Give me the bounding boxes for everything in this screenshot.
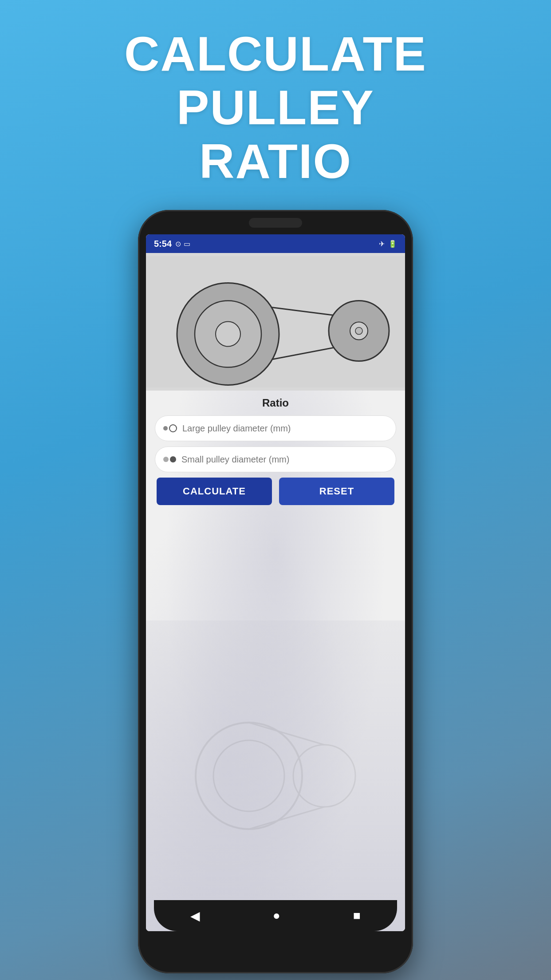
back-button[interactable]: ◀: [190, 909, 200, 923]
small-pulley-icon: [163, 456, 176, 462]
status-bar: 5:54 ⊙ ▭ ✈ 🔋: [146, 234, 405, 253]
home-button[interactable]: ●: [273, 909, 280, 923]
watermark-svg: [187, 687, 364, 865]
title-line1: CALCULATE PULLEY: [124, 26, 427, 134]
app-content: Ratio: [146, 391, 405, 931]
reset-button[interactable]: RESET: [279, 478, 394, 505]
small-pulley-input-field[interactable]: [155, 447, 396, 472]
svg-line-12: [249, 723, 324, 745]
phone-device: 5:54 ⊙ ▭ ✈ 🔋: [138, 210, 413, 973]
status-right: ✈ 🔋: [379, 240, 397, 248]
calculate-button[interactable]: CALCULATE: [157, 478, 272, 505]
page-title: CALCULATE PULLEY RATIO: [0, 27, 551, 188]
pulley-svg: [146, 253, 405, 391]
recent-apps-button[interactable]: ■: [353, 909, 361, 923]
pulley-diagram: [146, 253, 405, 391]
status-left: 5:54 ⊙ ▭: [154, 239, 190, 249]
svg-point-5: [216, 322, 240, 347]
airplane-icon: ✈: [379, 240, 385, 248]
dot-large-ring: [169, 424, 177, 432]
svg-point-9: [196, 723, 302, 829]
large-pulley-input-field[interactable]: [155, 415, 396, 441]
battery-icon: 🔋: [388, 240, 397, 248]
buttons-row: CALCULATE RESET: [155, 478, 396, 505]
svg-point-10: [213, 740, 284, 811]
battery-small-icon: ▭: [184, 240, 190, 248]
dot-small-left: [163, 426, 168, 431]
phone-screen: 5:54 ⊙ ▭ ✈ 🔋: [146, 234, 405, 931]
title-line2: RATIO: [199, 134, 352, 188]
svg-point-8: [355, 328, 362, 335]
ratio-label: Ratio: [155, 395, 396, 409]
form-container: Ratio: [146, 391, 405, 505]
svg-line-13: [249, 807, 324, 829]
navigation-bar: ◀ ● ■: [154, 900, 397, 931]
timer-icon: ⊙: [175, 240, 181, 248]
status-time: 5:54: [154, 239, 172, 249]
dot-filled-large: [170, 456, 176, 462]
dot-small-ring: [163, 457, 169, 462]
phone-speaker: [249, 218, 302, 228]
large-pulley-icon: [163, 424, 177, 432]
large-pulley-input[interactable]: [182, 423, 388, 434]
small-pulley-input[interactable]: [181, 454, 388, 465]
status-icons: ⊙ ▭: [175, 240, 190, 248]
watermark-area: [146, 620, 405, 931]
